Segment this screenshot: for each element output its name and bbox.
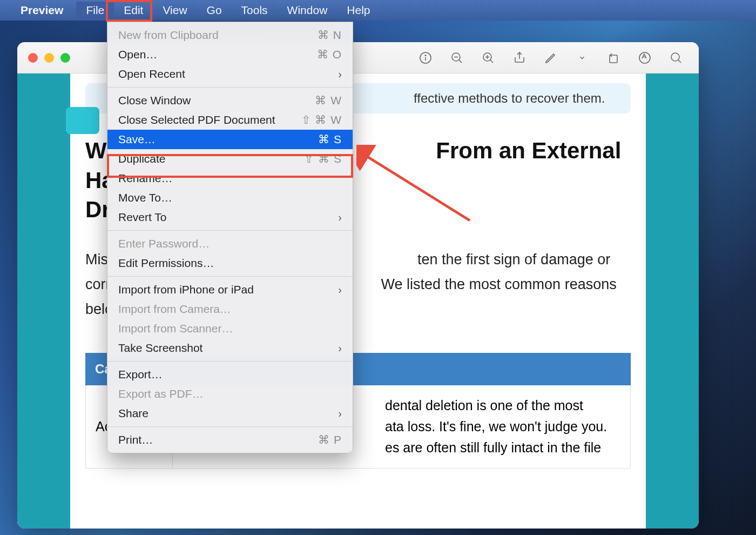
svg-line-7	[490, 60, 493, 63]
menu-separator	[107, 276, 353, 277]
window-maximize-button[interactable]	[60, 53, 70, 63]
menubar-item-go[interactable]: Go	[197, 2, 232, 19]
markup-icon[interactable]	[544, 51, 557, 64]
menu-item-enter-password[interactable]: Enter Password…	[107, 234, 353, 253]
menu-item-rename[interactable]: Rename…	[107, 169, 353, 188]
menu-item-revert-to[interactable]: Revert To›	[107, 208, 353, 227]
menubar-item-view[interactable]: View	[153, 2, 197, 19]
menu-item-move-to[interactable]: Move To…	[107, 188, 353, 208]
menu-separator	[107, 87, 353, 88]
chevron-right-icon: ›	[338, 68, 342, 81]
chevron-right-icon: ›	[338, 407, 342, 420]
menu-item-import-camera[interactable]: Import from Camera…	[107, 299, 353, 319]
info-box-accent	[66, 107, 99, 134]
svg-point-2	[425, 55, 426, 56]
menu-item-edit-permissions[interactable]: Edit Permissions…	[107, 253, 353, 273]
window-minimize-button[interactable]	[44, 53, 54, 63]
menubar-app-name[interactable]: Preview	[21, 4, 63, 17]
menu-item-take-screenshot[interactable]: Take Screenshot›	[107, 338, 353, 358]
share-icon[interactable]	[513, 51, 526, 64]
menu-item-open[interactable]: Open…⌘ O	[107, 45, 353, 64]
svg-line-4	[459, 60, 462, 63]
menu-item-export-pdf[interactable]: Export as PDF…	[107, 384, 353, 404]
search-icon[interactable]	[670, 51, 683, 64]
menu-separator	[107, 230, 353, 231]
menu-separator	[107, 361, 353, 362]
rotate-icon[interactable]	[607, 51, 620, 64]
zoom-out-icon[interactable]	[450, 51, 463, 64]
menubar-item-file[interactable]: File	[76, 2, 114, 19]
window-close-button[interactable]	[28, 53, 38, 63]
chevron-right-icon: ›	[338, 342, 342, 355]
menubar: Preview File Edit View Go Tools Window H…	[0, 0, 756, 21]
menu-item-new-from-clipboard[interactable]: New from Clipboard⌘ N	[107, 25, 353, 45]
menu-item-save[interactable]: Save…⌘ S	[107, 130, 353, 149]
menu-item-close-selected-pdf[interactable]: Close Selected PDF Document⇧ ⌘ W	[107, 110, 353, 130]
menu-item-close-window[interactable]: Close Window⌘ W	[107, 91, 353, 110]
zoom-in-icon[interactable]	[482, 51, 495, 64]
menu-item-share[interactable]: Share›	[107, 404, 353, 423]
info-text-tail: ffective methods to recover them.	[414, 91, 605, 105]
traffic-lights	[28, 53, 70, 63]
svg-point-11	[639, 52, 650, 63]
menu-item-duplicate[interactable]: Duplicate⇧ ⌘ S	[107, 149, 353, 169]
chevron-right-icon: ›	[338, 211, 342, 224]
menubar-item-help[interactable]: Help	[337, 2, 380, 19]
menu-item-import-scanner[interactable]: Import from Scanner…	[107, 319, 353, 338]
toolbar	[419, 51, 688, 64]
menu-separator	[107, 426, 353, 427]
chevron-down-icon[interactable]	[576, 51, 589, 64]
menu-item-open-recent[interactable]: Open Recent›	[107, 64, 353, 84]
highlight-icon[interactable]	[638, 51, 651, 64]
menu-item-print[interactable]: Print…⌘ P	[107, 430, 353, 450]
menu-item-import-iphone-ipad[interactable]: Import from iPhone or iPad›	[107, 280, 353, 299]
menubar-item-tools[interactable]: Tools	[232, 2, 278, 19]
menu-item-export[interactable]: Export…	[107, 365, 353, 384]
menubar-item-edit[interactable]: Edit	[114, 2, 153, 19]
menubar-item-window[interactable]: Window	[278, 2, 338, 19]
file-menu-dropdown: New from Clipboard⌘ N Open…⌘ O Open Rece…	[107, 22, 353, 453]
svg-line-13	[678, 60, 681, 63]
svg-point-12	[671, 53, 679, 61]
info-icon[interactable]	[419, 51, 432, 64]
chevron-right-icon: ›	[338, 284, 342, 296]
